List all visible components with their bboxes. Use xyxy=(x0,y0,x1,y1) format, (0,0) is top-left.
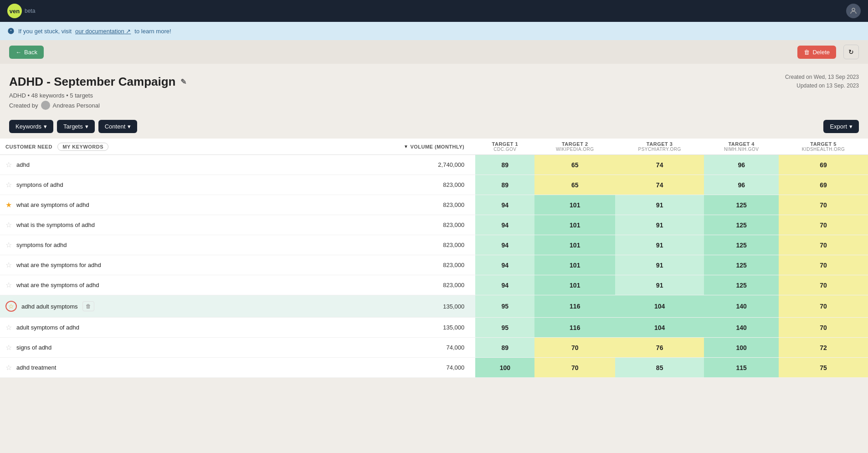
keyword-cell: ☆adhd adult symptoms🗑 xyxy=(0,295,339,318)
star-button[interactable]: ☆ xyxy=(5,160,12,169)
volume-cell: 823,000 xyxy=(339,175,476,195)
info-bar: If you get stuck, visit our documentatio… xyxy=(0,22,868,40)
score-cell: 70 xyxy=(779,235,868,255)
keywords-button[interactable]: Keywords ▾ xyxy=(9,120,53,133)
delete-row-button[interactable]: 🗑 xyxy=(82,301,94,311)
star-button[interactable]: ☆ xyxy=(5,363,12,372)
campaign-header: ADHD - September Campaign ✎ Created on W… xyxy=(0,64,868,114)
keyword-text: symptons of adhd xyxy=(16,181,63,188)
score-cell: 101 xyxy=(534,215,615,235)
star-button[interactable]: ☆ xyxy=(5,261,12,269)
score-cell: 70 xyxy=(779,275,868,295)
action-bar: ← Back 🗑 Delete ↻ xyxy=(0,40,868,64)
keyword-cell: ☆symptoms for adhd xyxy=(0,235,339,255)
volume-cell: 823,000 xyxy=(339,275,476,295)
score-cell: 75 xyxy=(779,358,868,378)
table-row: ☆what is the symptoms of adhd823,0009410… xyxy=(0,215,868,235)
targets-button[interactable]: Targets ▾ xyxy=(57,120,95,133)
user-avatar[interactable] xyxy=(846,4,861,18)
volume-cell: 74,000 xyxy=(339,338,476,358)
col-header-volume[interactable]: ▼ VOLUME (MONTHLY) xyxy=(339,139,476,155)
keyword-cell: ★what are symptoms of adhd xyxy=(0,195,339,215)
volume-cell: 823,000 xyxy=(339,235,476,255)
score-cell: 91 xyxy=(615,195,704,215)
star-button[interactable]: ☆ xyxy=(5,301,17,312)
table-body: ☆adhd2,740,0008965749669☆symptons of adh… xyxy=(0,155,868,378)
campaign-creator: Created by Andreas Personal xyxy=(9,101,859,110)
score-cell: 101 xyxy=(534,195,615,215)
score-cell: 91 xyxy=(615,255,704,275)
score-cell: 100 xyxy=(704,338,779,358)
volume-cell: 135,000 xyxy=(339,318,476,338)
score-cell: 70 xyxy=(779,195,868,215)
documentation-link[interactable]: our documentation ↗ xyxy=(75,28,131,35)
score-cell: 125 xyxy=(704,195,779,215)
score-cell: 100 xyxy=(475,358,534,378)
sort-arrow-icon: ▼ xyxy=(404,144,408,149)
export-button[interactable]: Export ▾ xyxy=(823,120,859,133)
volume-cell: 135,000 xyxy=(339,295,476,318)
star-button[interactable]: ☆ xyxy=(5,343,12,352)
score-cell: 70 xyxy=(779,318,868,338)
col-header-target5: TARGET 5 KIDSHEALTH.ORG xyxy=(779,139,868,155)
star-button[interactable]: ☆ xyxy=(5,241,12,249)
campaign-title-row: ADHD - September Campaign ✎ Created on W… xyxy=(9,73,859,90)
delete-button[interactable]: 🗑 Delete xyxy=(797,46,836,59)
topbar: ven beta xyxy=(0,0,868,22)
keyword-text: what are symptoms of adhd xyxy=(16,201,89,208)
keyword-text: signs of adhd xyxy=(16,344,51,351)
star-button[interactable]: ☆ xyxy=(5,323,12,332)
score-cell: 101 xyxy=(534,255,615,275)
score-cell: 125 xyxy=(704,275,779,295)
score-cell: 125 xyxy=(704,255,779,275)
star-button[interactable]: ★ xyxy=(5,201,12,209)
volume-cell: 823,000 xyxy=(339,195,476,215)
keyword-text: what is the symptoms of adhd xyxy=(16,221,95,228)
col-header-target1: TARGET 1 CDC.GOV xyxy=(475,139,534,155)
score-cell: 74 xyxy=(615,175,704,195)
keyword-cell: ☆symptons of adhd xyxy=(0,175,339,195)
score-cell: 94 xyxy=(475,275,534,295)
score-cell: 70 xyxy=(779,215,868,235)
svg-point-0 xyxy=(852,8,855,11)
score-cell: 91 xyxy=(615,235,704,255)
table-row: ☆adult symptoms of adhd135,0009511610414… xyxy=(0,318,868,338)
star-button[interactable]: ☆ xyxy=(5,221,12,229)
score-cell: 94 xyxy=(475,255,534,275)
volume-cell: 823,000 xyxy=(339,215,476,235)
keyword-text: adhd adult symptoms xyxy=(21,303,78,310)
keyword-text: adult symptoms of adhd xyxy=(16,324,79,331)
keyword-cell: ☆what are the symptoms of adhd xyxy=(0,275,339,295)
keyword-text: adhd xyxy=(16,161,30,168)
score-cell: 95 xyxy=(475,318,534,338)
edit-title-icon[interactable]: ✎ xyxy=(180,77,186,86)
keyword-cell: ☆what is the symptoms of adhd xyxy=(0,215,339,235)
score-cell: 91 xyxy=(615,275,704,295)
score-cell: 89 xyxy=(475,338,534,358)
content-button[interactable]: Content ▾ xyxy=(98,120,138,133)
info-icon xyxy=(7,27,15,35)
table-row: ☆adhd treatment74,000100708511575 xyxy=(0,358,868,378)
keyword-cell: ☆what are the symptoms for adhd xyxy=(0,255,339,275)
table-row: ☆symptoms for adhd823,000941019112570 xyxy=(0,235,868,255)
score-cell: 140 xyxy=(704,318,779,338)
score-cell: 70 xyxy=(779,255,868,275)
score-cell: 101 xyxy=(534,275,615,295)
action-bar-right: 🗑 Delete ↻ xyxy=(797,45,859,59)
table-header-row: CUSTOMER NEED My Keywords ▼ VOLUME (MONT… xyxy=(0,139,868,155)
refresh-button[interactable]: ↻ xyxy=(843,45,859,59)
score-cell: 70 xyxy=(534,338,615,358)
keyword-text: what are the symptoms of adhd xyxy=(16,282,99,288)
keyword-cell: ☆adhd treatment xyxy=(0,358,339,378)
score-cell: 70 xyxy=(779,295,868,318)
keyword-cell: ☆adult symptoms of adhd xyxy=(0,318,339,338)
my-keywords-badge[interactable]: My Keywords xyxy=(57,143,108,151)
toolbar-row: Keywords ▾ Targets ▾ Content ▾ Export ▾ xyxy=(0,114,868,139)
star-button[interactable]: ☆ xyxy=(5,281,12,289)
score-cell: 65 xyxy=(534,155,615,175)
star-button[interactable]: ☆ xyxy=(5,180,12,189)
col-header-target2: TARGET 2 WIKIPEDIA.ORG xyxy=(534,139,615,155)
score-cell: 72 xyxy=(779,338,868,358)
back-button[interactable]: ← Back xyxy=(9,46,44,59)
table-row: ☆signs of adhd74,00089707610072 xyxy=(0,338,868,358)
